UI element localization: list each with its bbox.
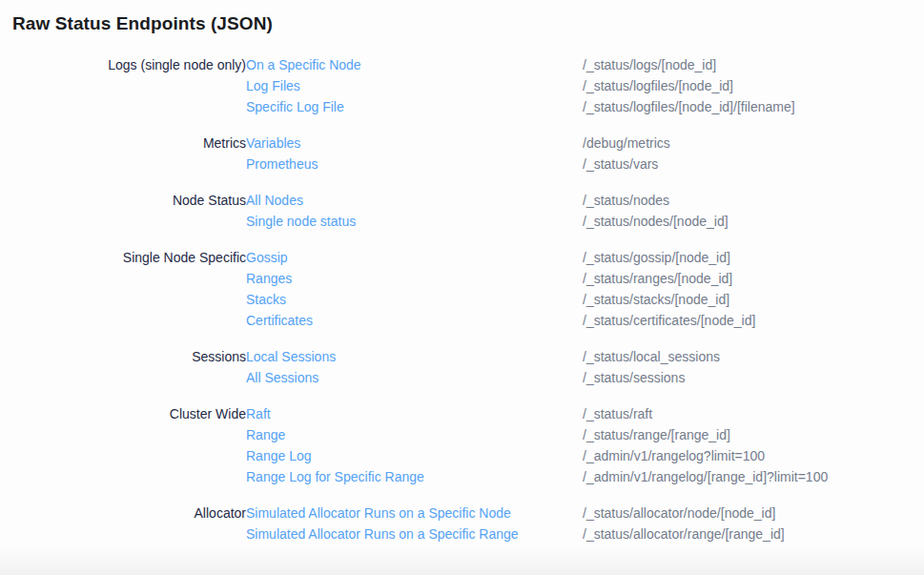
endpoint-path: /_admin/v1/rangelog?limit=100 <box>583 445 896 466</box>
endpoint-path: /_status/ranges/[node_id] <box>583 268 896 289</box>
section-links: Local SessionsAll Sessions <box>246 346 583 403</box>
endpoint-link[interactable]: Log Files <box>246 78 300 93</box>
section-links: Simulated Allocator Runs on a Specific N… <box>246 503 583 560</box>
section-category-label: Node Status <box>0 190 246 247</box>
endpoint-path: /_admin/v1/rangelog/[range_id]?limit=100 <box>583 466 896 487</box>
section-category-label: Allocator <box>0 503 246 560</box>
section-endpoints: /_status/gossip/[node_id]/_status/ranges… <box>583 247 896 346</box>
section-endpoints: /_status/allocator/node/[node_id]/_statu… <box>583 503 896 560</box>
endpoint-path: /_status/stacks/[node_id] <box>583 289 896 310</box>
endpoint-path: /_status/nodes/[node_id] <box>583 211 896 232</box>
endpoint-link[interactable]: Ranges <box>246 271 292 286</box>
section-links: GossipRangesStacksCertificates <box>246 247 583 346</box>
endpoint-path: /_status/logs/[node_id] <box>583 54 896 75</box>
section-category-label: Logs (single node only) <box>0 54 246 133</box>
endpoint-path: /_status/allocator/node/[node_id] <box>583 503 896 524</box>
endpoint-link[interactable]: Stacks <box>246 292 286 307</box>
endpoint-path: /_status/vars <box>583 154 896 175</box>
section-endpoints: /_status/raft/_status/range/[range_id]/_… <box>583 403 896 503</box>
endpoint-link[interactable]: Local Sessions <box>246 349 336 364</box>
section-links: All NodesSingle node status <box>246 190 583 247</box>
section-endpoints: /_status/nodes/_status/nodes/[node_id] <box>583 190 896 247</box>
endpoint-link[interactable]: Specific Log File <box>246 99 344 114</box>
endpoint-path: /_status/local_sessions <box>583 346 896 367</box>
endpoint-link[interactable]: Prometheus <box>246 156 318 172</box>
section-row: AllocatorSimulated Allocator Runs on a S… <box>0 503 896 560</box>
page-title: Raw Status Endpoints (JSON) <box>12 12 924 34</box>
endpoint-link[interactable]: Single node status <box>246 214 356 229</box>
section-category-label: Cluster Wide <box>0 403 246 503</box>
section-category-label: Metrics <box>0 133 246 190</box>
section-endpoints: /_status/logs/[node_id]/_status/logfiles… <box>583 54 896 133</box>
section-category-label: Sessions <box>0 346 246 403</box>
endpoint-link[interactable]: Range Log for Specific Range <box>246 469 424 484</box>
endpoint-link[interactable]: On a Specific Node <box>246 57 361 72</box>
endpoint-link[interactable]: Range <box>246 427 285 442</box>
endpoint-link[interactable]: Certificates <box>246 313 313 328</box>
endpoint-path: /debug/metrics <box>583 133 896 154</box>
endpoint-path: /_status/logfiles/[node_id]/[filename] <box>583 96 896 117</box>
section-category-label: Single Node Specific <box>0 247 246 346</box>
section-links: On a Specific NodeLog FilesSpecific Log … <box>246 54 583 133</box>
section-endpoints: /debug/metrics/_status/vars <box>583 133 896 190</box>
endpoint-link[interactable]: Simulated Allocator Runs on a Specific R… <box>246 526 519 542</box>
section-row: Node StatusAll NodesSingle node status/_… <box>0 190 896 247</box>
endpoint-path: /_status/allocator/range/[range_id] <box>583 524 896 544</box>
endpoint-path: /_status/logfiles/[node_id] <box>583 75 896 96</box>
section-row: Cluster WideRaftRangeRange LogRange Log … <box>0 403 896 503</box>
endpoints-table: Logs (single node only)On a Specific Nod… <box>0 54 896 560</box>
endpoint-path: /_status/gossip/[node_id] <box>583 247 896 268</box>
section-links: RaftRangeRange LogRange Log for Specific… <box>246 403 583 503</box>
endpoint-link[interactable]: Variables <box>246 135 300 151</box>
endpoint-path: /_status/range/[range_id] <box>583 424 896 445</box>
endpoint-path: /_status/raft <box>583 403 896 424</box>
endpoint-path: /_status/nodes <box>583 190 896 211</box>
section-row: SessionsLocal SessionsAll Sessions/_stat… <box>0 346 896 403</box>
endpoint-path: /_status/certificates/[node_id] <box>583 310 896 331</box>
endpoint-link[interactable]: Simulated Allocator Runs on a Specific N… <box>246 505 511 521</box>
endpoint-path: /_status/sessions <box>583 367 896 388</box>
endpoint-link[interactable]: Range Log <box>246 448 312 463</box>
section-row: Logs (single node only)On a Specific Nod… <box>0 54 896 133</box>
endpoint-link[interactable]: Gossip <box>246 250 288 265</box>
section-row: Single Node SpecificGossipRangesStacksCe… <box>0 247 896 346</box>
endpoint-link[interactable]: All Sessions <box>246 370 318 385</box>
section-endpoints: /_status/local_sessions/_status/sessions <box>583 346 896 403</box>
section-row: MetricsVariablesPrometheus/debug/metrics… <box>0 133 896 190</box>
endpoint-link[interactable]: Raft <box>246 406 271 421</box>
endpoint-link[interactable]: All Nodes <box>246 193 303 208</box>
section-links: VariablesPrometheus <box>246 133 583 190</box>
